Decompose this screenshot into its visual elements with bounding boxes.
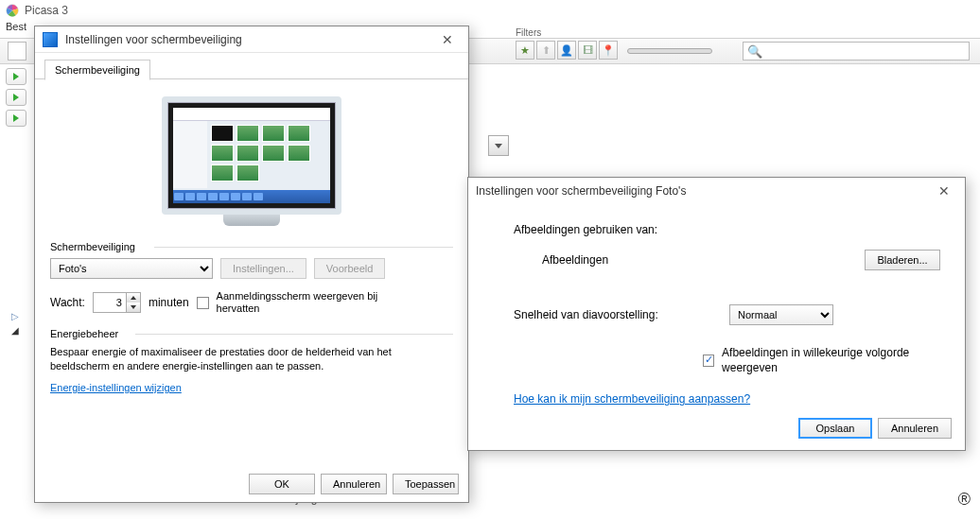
preview-button[interactable]: Voorbeeld: [314, 258, 386, 279]
folder-tree[interactable]: ▷ ◢: [11, 307, 23, 338]
save-button[interactable]: Opslaan: [798, 418, 872, 439]
wait-spinner[interactable]: [93, 292, 141, 313]
sidebar-play-2[interactable]: [6, 89, 26, 106]
screensaver-select[interactable]: Foto's: [50, 258, 213, 279]
screensaver-settings-dialog: Instellingen voor schermbeveiliging ✕ Sc…: [34, 26, 469, 503]
ok-button[interactable]: OK: [249, 474, 315, 494]
close-button-2[interactable]: ✕: [931, 182, 957, 200]
wait-input[interactable]: [94, 293, 126, 312]
picasa-logo-icon: [6, 4, 19, 17]
settings-button[interactable]: Instellingen...: [220, 258, 306, 279]
filter-person-icon[interactable]: 👤: [557, 41, 576, 60]
speed-label: Snelheid van diavoorstelling:: [514, 308, 722, 321]
use-from-label: Afbeeldingen gebruiken van:: [514, 223, 948, 236]
filter-star-icon[interactable]: ★: [516, 41, 534, 60]
sidebar-play-3[interactable]: [6, 110, 26, 127]
group-screensaver-label: Schermbeveiliging: [50, 241, 453, 252]
wait-unit: minuten: [149, 296, 189, 309]
shuffle-checkbox[interactable]: [703, 355, 714, 367]
filter-upload-icon[interactable]: ⬆: [536, 41, 555, 60]
search-icon: 🔍: [747, 44, 762, 59]
filter-movie-icon[interactable]: 🎞: [578, 41, 597, 60]
app-titlebar: Picasa 3: [0, 0, 980, 21]
registered-mark: ®: [958, 490, 971, 510]
app-title: Picasa 3: [25, 4, 68, 17]
sidebar-play-1[interactable]: [6, 68, 26, 85]
toolbar-button[interactable]: [8, 42, 26, 61]
sort-dropdown[interactable]: [488, 135, 509, 156]
logon-checkbox-label: Aanmeldingsscherm weergeven bij hervatte…: [217, 290, 406, 315]
apply-button[interactable]: Toepassen: [393, 474, 459, 494]
energy-settings-link[interactable]: Energie-instellingen wijzigen: [50, 382, 182, 393]
zoom-slider[interactable]: [627, 48, 712, 54]
screensaver-dialog-icon: [43, 32, 58, 47]
dialog2-title: Instellingen voor schermbeveiliging Foto…: [476, 184, 931, 198]
cancel-button[interactable]: Annuleren: [321, 474, 387, 494]
wait-label: Wacht:: [50, 296, 85, 309]
dialog-title: Instellingen voor schermbeveiliging: [65, 33, 434, 46]
energy-text: Bespaar energie of maximaliseer de prest…: [50, 345, 453, 373]
logon-checkbox[interactable]: [197, 297, 209, 309]
spin-down[interactable]: [127, 303, 140, 312]
close-button[interactable]: ✕: [434, 30, 461, 49]
filters-label: Filters: [516, 27, 541, 38]
photos-screensaver-dialog: Instellingen voor schermbeveiliging Foto…: [467, 177, 966, 451]
left-sidebar: [0, 64, 38, 499]
screensaver-preview: [162, 96, 341, 234]
filter-geo-icon[interactable]: 📍: [599, 41, 618, 60]
browse-button[interactable]: Bladeren...: [865, 250, 940, 270]
menu-item[interactable]: Best: [6, 21, 26, 32]
group-energy-label: Energiebeheer: [50, 328, 453, 339]
tab-strip: Schermbeveiliging: [35, 53, 468, 79]
speed-select[interactable]: Normaal: [729, 304, 833, 325]
shuffle-label: Afbeeldingen in willekeurige volgorde we…: [722, 346, 948, 375]
search-input[interactable]: 🔍: [743, 42, 970, 61]
tab-screensaver[interactable]: Schermbeveiliging: [44, 60, 150, 80]
spin-up[interactable]: [127, 293, 140, 303]
images-label: Afbeeldingen: [542, 253, 608, 267]
cancel-button-2[interactable]: Annuleren: [878, 418, 952, 439]
help-link[interactable]: Hoe kan ik mijn schermbeveiliging aanpas…: [514, 392, 750, 406]
